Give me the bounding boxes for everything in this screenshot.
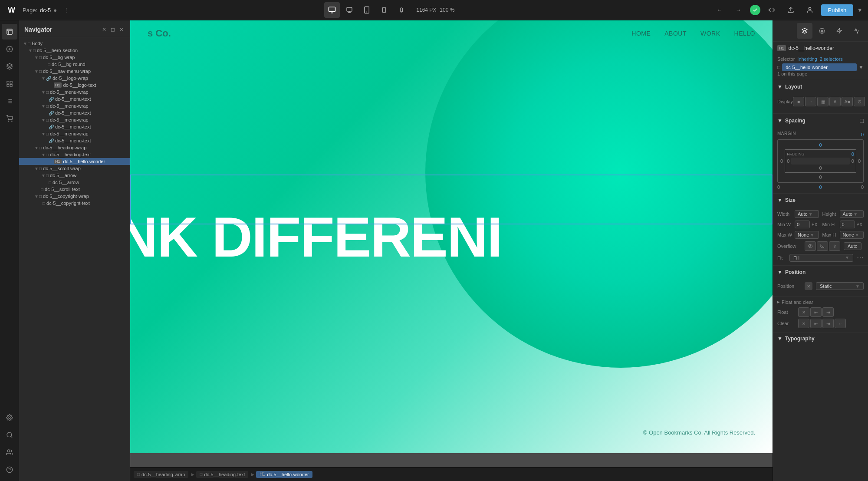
display-flex-btn[interactable]: ∙∙ <box>805 97 816 106</box>
width-dropdown[interactable]: ▼ <box>809 212 813 217</box>
max-h-dropdown[interactable]: ▼ <box>855 233 859 237</box>
nav-home[interactable]: HOME <box>631 30 651 37</box>
close-icon[interactable]: ✕ <box>101 26 107 33</box>
float-right-btn[interactable]: ⇥ <box>822 307 834 317</box>
tree-item-menu-text-1[interactable]: 🔗 dc-5__menu-text <box>19 96 130 102</box>
float-left-btn[interactable]: ⇤ <box>810 307 822 317</box>
tree-item-menu-wrap-4[interactable]: ▼ □ dc-5__menu-wrap <box>19 130 130 137</box>
margin-left-val[interactable]: 0 <box>780 149 783 173</box>
search-icon[interactable] <box>2 427 17 443</box>
padding-right-val[interactable]: 0 <box>852 158 854 164</box>
position-section-header[interactable]: ▼ Position <box>773 266 868 279</box>
undo-btn[interactable]: ← <box>712 2 727 18</box>
tree-item-body[interactable]: ▼ □ Body <box>19 40 130 47</box>
spacing-copy-icon[interactable]: □ <box>860 117 864 124</box>
settings-icon[interactable] <box>2 410 17 425</box>
tree-item-copyright-text[interactable]: □ dc-5__copyright-text <box>19 200 130 207</box>
overflow-hidden-btn[interactable] <box>817 241 828 251</box>
fit-select[interactable]: Fill ▼ <box>789 254 853 262</box>
margin-right-val[interactable]: 0 <box>858 149 861 173</box>
team-icon[interactable] <box>2 445 17 460</box>
max-w-dropdown[interactable]: ▼ <box>810 233 814 237</box>
inheriting-count[interactable]: 2 selectors <box>820 56 843 62</box>
float-none-btn[interactable]: ✕ <box>798 307 809 317</box>
selector-dropdown-btn[interactable]: ▼ <box>858 64 864 70</box>
redo-btn[interactable]: → <box>731 2 746 18</box>
display-grid-btn[interactable]: ▦ <box>817 97 829 106</box>
tree-item-arrow[interactable]: ▼ □ dc-5__arrow <box>19 172 130 179</box>
max-w-input[interactable]: None ▼ <box>795 231 819 239</box>
float-clear-header[interactable]: ▸ Float and clear <box>777 299 864 305</box>
min-h-input[interactable] <box>840 221 855 228</box>
layout-section-header[interactable]: ▼ Layout <box>773 80 868 93</box>
pages-icon[interactable] <box>2 24 17 40</box>
display-block-btn[interactable]: ■ <box>793 97 804 106</box>
clear-right-btn[interactable]: ⇥ <box>822 319 834 328</box>
tree-item-menu-text-2[interactable]: 🔗 dc-5__menu-text <box>19 109 130 116</box>
clear-left-btn[interactable]: ⇤ <box>810 319 822 328</box>
max-h-input[interactable]: None ▼ <box>840 231 864 239</box>
tree-item-menu-wrap-2[interactable]: ▼ □ dc-5__menu-wrap <box>19 102 130 109</box>
display-inline-block-btn[interactable]: A■ <box>842 97 853 106</box>
tree-item-logo-wrap[interactable]: ▼ 🔗 dc-5__logo-wrap <box>19 75 130 82</box>
duplicate-icon[interactable]: ◻ <box>110 26 116 33</box>
code-btn[interactable] <box>764 2 779 18</box>
overflow-visible-btn[interactable] <box>805 241 816 251</box>
mobile-btn[interactable] <box>394 2 409 18</box>
tree-item-menu-wrap-3[interactable]: ▼ □ dc-5__menu-wrap <box>19 116 130 123</box>
height-input[interactable]: Auto ▼ <box>840 210 864 218</box>
settings-right-icon[interactable] <box>814 23 830 39</box>
clear-none-btn[interactable]: ✕ <box>798 319 809 328</box>
breadcrumb-heading-text[interactable]: □ dc-5__heading-text <box>196 471 248 478</box>
tree-item-bg-wrap[interactable]: ▼ □ dc-5__bg-wrap <box>19 54 130 61</box>
tablet-btn[interactable] <box>359 2 375 18</box>
ecommerce-icon[interactable] <box>2 111 17 126</box>
app-logo[interactable]: W <box>5 3 19 17</box>
publish-button[interactable]: Publish <box>821 4 854 16</box>
tree-item-scroll-wrap[interactable]: ▼ □ dc-5__scroll-wrap <box>19 165 130 172</box>
min-w-input[interactable] <box>795 221 810 228</box>
nav-hello[interactable]: HELLO <box>734 30 755 37</box>
typography-header[interactable]: ▼ Typography <box>777 336 864 342</box>
spacing-section-header[interactable]: ▼ Spacing □ <box>773 114 868 128</box>
tree-item-logo-text[interactable]: H1 dc-5__logo-text <box>19 82 130 89</box>
width-input[interactable]: Auto ▼ <box>795 210 819 218</box>
desktop-sm-btn[interactable] <box>342 2 357 18</box>
nav-work[interactable]: WORK <box>700 30 720 37</box>
fit-more-btn[interactable]: ⋯ <box>857 254 864 262</box>
margin-top-input[interactable]: 0 <box>819 142 822 148</box>
tree-item-heading-wrap[interactable]: ▼ □ dc-5__heading-wrap <box>19 144 130 151</box>
padding-bottom-val[interactable]: 0 <box>819 165 822 171</box>
export-btn[interactable] <box>783 2 799 18</box>
breadcrumb-hello-wonder[interactable]: H1 dc-5__hello-wonder <box>256 471 312 478</box>
tree-item-hello-wonder[interactable]: H1 dc-5__hello-wonder <box>19 158 130 165</box>
margin-bottom-val[interactable]: 0 <box>819 175 822 180</box>
cms-icon[interactable] <box>2 93 17 109</box>
selector-type-icon[interactable]: □ <box>777 64 780 70</box>
margin-outer-right[interactable]: 0 <box>861 184 864 190</box>
tree-item-bg-round[interactable]: □ dc-5__bg-round <box>19 61 130 68</box>
tree-item-nav[interactable]: ▼ □ dc-5__nav-menu-wrap <box>19 68 130 75</box>
tree-item-menu-wrap-1[interactable]: ▼ □ dc-5__menu-wrap <box>19 89 130 96</box>
selector-tag[interactable]: dc-5__hello-wonder <box>782 63 857 71</box>
tree-item-menu-text-4[interactable]: 🔗 dc-5__menu-text <box>19 137 130 144</box>
height-dropdown[interactable]: ▼ <box>853 212 858 217</box>
size-section-header[interactable]: ▼ Size <box>773 194 868 207</box>
user-icon[interactable] <box>802 2 818 18</box>
tree-item-arrow-inner[interactable]: □ dc-5__arrow <box>19 179 130 186</box>
layers-icon[interactable] <box>2 59 17 74</box>
desktop-btn[interactable] <box>324 2 340 18</box>
assets-icon[interactable] <box>2 76 17 92</box>
nav-about[interactable]: ABOUT <box>664 30 687 37</box>
publish-dropdown[interactable]: ▼ <box>857 7 863 13</box>
tree-item-hero-section[interactable]: ▼ □ dc-5__hero-section <box>19 47 130 54</box>
padding-left-val[interactable]: 0 <box>787 158 789 164</box>
pos-clear-btn[interactable]: ✕ <box>805 282 812 290</box>
style-icon[interactable] <box>797 23 812 39</box>
padding-top-val[interactable]: 0 <box>852 152 854 157</box>
display-inline-btn[interactable]: A <box>829 97 841 106</box>
margin-outer-left[interactable]: 0 <box>777 184 780 190</box>
display-none-btn[interactable]: ∅ <box>854 97 865 106</box>
events-icon[interactable] <box>849 23 865 39</box>
page-status-icon[interactable]: ● <box>53 7 57 13</box>
